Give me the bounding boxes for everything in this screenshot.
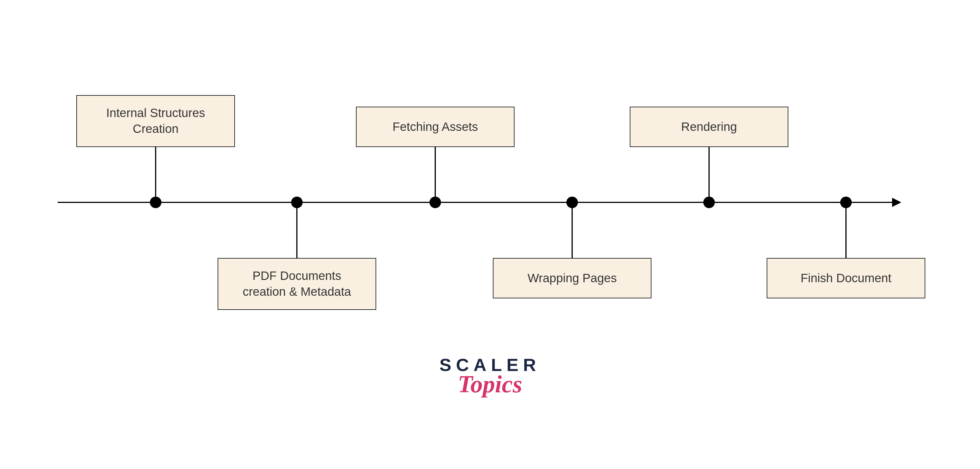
connector-1 (155, 147, 156, 197)
step-label-5: Rendering (681, 119, 737, 135)
step-label-1: Internal StructuresCreation (106, 105, 205, 137)
timeline-arrowhead (892, 198, 901, 207)
step-box-1: Internal StructuresCreation (76, 95, 235, 147)
step-box-6: Finish Document (767, 258, 925, 298)
step-box-2: PDF Documentscreation & Metadata (218, 258, 376, 310)
step-label-6: Finish Document (800, 270, 891, 286)
timeline-axis (58, 202, 894, 203)
step-label-4: Wrapping Pages (527, 270, 617, 286)
timeline-diagram: Internal StructuresCreation PDF Document… (0, 0, 980, 469)
connector-2 (296, 208, 298, 258)
connector-4 (571, 208, 573, 258)
timeline-node-6 (840, 197, 852, 208)
step-box-3: Fetching Assets (356, 107, 514, 147)
timeline-node-5 (703, 197, 715, 208)
step-label-2: PDF Documentscreation & Metadata (243, 268, 351, 299)
timeline-node-2 (291, 197, 303, 208)
timeline-node-3 (430, 197, 441, 208)
connector-6 (845, 208, 846, 258)
connector-5 (708, 147, 710, 197)
step-box-5: Rendering (630, 107, 788, 147)
step-label-3: Fetching Assets (393, 119, 478, 135)
brand-logo: SCALER Topics (439, 355, 541, 398)
step-box-4: Wrapping Pages (493, 258, 651, 298)
timeline-node-4 (566, 197, 578, 208)
timeline-node-1 (150, 197, 161, 208)
connector-3 (435, 147, 436, 197)
